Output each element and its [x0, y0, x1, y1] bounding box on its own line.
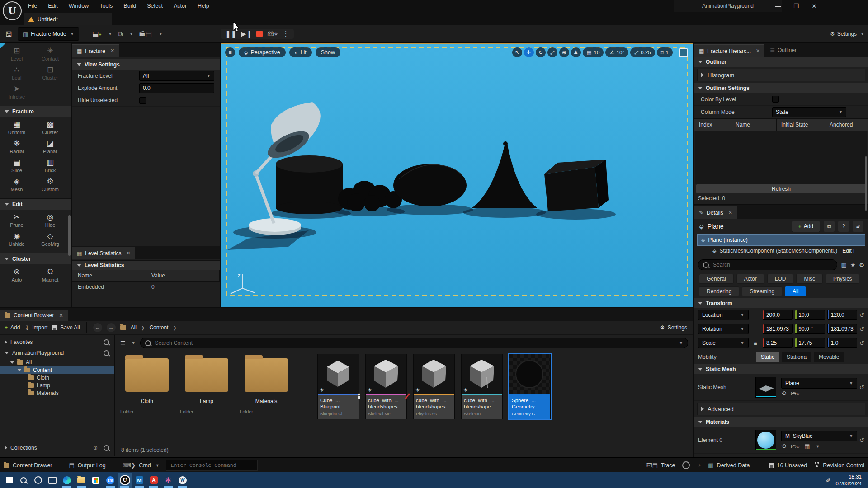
unsaved-button[interactable]: 16 Unsaved — [769, 462, 807, 469]
fracture-hierarchy-tab[interactable]: ▦ Fracture Hierarc... ✕ — [694, 44, 764, 57]
close-icon[interactable]: ✕ — [728, 210, 732, 216]
tool-mesh[interactable]: ◈ Mesh — [0, 178, 33, 192]
static-mesh-component-row[interactable]: ⬙ StaticMeshComponent (StaticMeshCompone… — [697, 246, 865, 256]
transform-section-header[interactable]: Transform — [694, 298, 868, 308]
advanced-expander[interactable]: Advanced — [697, 403, 865, 415]
step-forward-icon[interactable]: ▶❙ — [241, 30, 252, 38]
forward-icon[interactable]: → — [107, 323, 116, 332]
tool-planar[interactable]: ◪ Planar — [33, 140, 67, 154]
more-options-icon[interactable]: ⋮ — [283, 30, 289, 38]
acrobat-icon[interactable]: A — [146, 473, 161, 488]
scale-y-field[interactable]: 17.75 — [795, 338, 825, 348]
file-explorer-icon[interactable] — [74, 473, 89, 488]
column-index[interactable]: Index — [694, 119, 731, 131]
asset-cube-skeleton[interactable]: ✳ cube_with_... blendshape... Skeleton — [461, 354, 503, 419]
tool-hide[interactable]: ◎ Hide — [33, 213, 67, 228]
rotation-z-field[interactable]: 181.0973 — [827, 324, 857, 334]
breadcrumb-all[interactable]: All — [131, 324, 137, 331]
asset-cube-blueprint[interactable]: ✳ Cube_... Blueprint Blueprint Cl... — [317, 354, 359, 419]
task-view-icon[interactable] — [45, 473, 60, 488]
reset-rotation-icon[interactable]: ↺ — [859, 326, 864, 333]
tool-contact[interactable]: ✳ Contact — [33, 47, 67, 61]
project-expander[interactable]: AnimationPlayground — [0, 347, 114, 358]
tool-cluster-fracture[interactable]: ▩ Cluster — [33, 121, 67, 135]
column-anchored[interactable]: Anchored — [825, 119, 868, 131]
explode-amount-input[interactable]: 0.0 — [139, 83, 214, 93]
save-icon[interactable]: 🖫 — [4, 29, 14, 39]
materials-section-header[interactable]: Materials — [694, 417, 868, 427]
filter-lod[interactable]: LOD — [767, 274, 794, 284]
menu-build[interactable]: Build — [119, 1, 141, 11]
scale-dropdown[interactable]: Scale ▼ — [698, 338, 749, 348]
scale-tool-icon[interactable]: ⤢ — [547, 47, 557, 57]
sphere-actor[interactable] — [393, 164, 467, 206]
tool-leaf[interactable]: ∴ Leaf — [0, 66, 33, 80]
tree-item-content[interactable]: Content — [0, 366, 114, 374]
scale-snap-control[interactable]: ⤢ 0.25 — [630, 47, 655, 57]
folder-cloth[interactable]: Cloth Folder — [120, 354, 174, 414]
rotation-x-field[interactable]: 181.0973 — [763, 324, 793, 334]
tool-custom[interactable]: ⚙ Custom — [33, 178, 67, 192]
asset-cube-skeletal-mesh[interactable]: ✳ cube_with_... blendshapes Skeletal Me.… — [365, 354, 407, 419]
output-log-button[interactable]: ▤ Output Log — [69, 462, 106, 469]
reset-scale-icon[interactable]: ↺ — [859, 340, 864, 347]
favorites-expander[interactable]: Favorites — [0, 337, 114, 347]
tree-item-lamp[interactable]: Lamp — [0, 381, 114, 389]
folder-lamp[interactable]: Lamp Folder — [180, 354, 233, 414]
add-button[interactable]: + Add — [5, 324, 20, 331]
static-mesh-section-header[interactable]: Static Mesh — [694, 364, 868, 374]
toolbar-settings-button[interactable]: ⚙ Settings ▼ — [830, 31, 864, 37]
console-command-input[interactable] — [166, 460, 258, 471]
use-selected-asset-icon[interactable]: ⟲ — [781, 443, 786, 450]
menu-select[interactable]: Select — [142, 1, 167, 11]
filter-physics[interactable]: Physics — [826, 274, 859, 284]
menu-edit[interactable]: Edit — [43, 1, 62, 11]
search-icon[interactable] — [104, 339, 109, 345]
content-drawer-button[interactable]: Content Drawer — [4, 462, 52, 469]
blueprints-icon[interactable]: ⧉ — [116, 29, 124, 39]
zoom-app-icon[interactable]: zm — [103, 473, 118, 488]
tool-slice[interactable]: ▤ Slice — [0, 159, 33, 173]
chevron-down-icon[interactable]: ▼ — [129, 32, 133, 36]
reset-material-icon[interactable]: ↺ — [859, 437, 864, 444]
filter-misc[interactable]: Misc — [796, 274, 823, 284]
select-tool-icon[interactable]: ↖ — [512, 47, 522, 57]
perspective-dropdown[interactable]: ⬙ Perspective — [239, 47, 286, 57]
maximize-button[interactable]: ❐ — [790, 3, 802, 9]
close-icon[interactable]: ✕ — [110, 48, 114, 54]
taskbar-clock[interactable]: ✎ 18:31 07/03/2024 — [825, 474, 866, 487]
tool-uniform[interactable]: ▦ Uniform — [0, 121, 33, 135]
location-x-field[interactable]: 200.0 — [763, 310, 793, 320]
trace-button[interactable]: 🗠︎▤ Trace — [646, 462, 675, 469]
camera-speed-control[interactable]: ⌑ 1 — [657, 47, 673, 57]
mobility-movable[interactable]: Movable — [814, 352, 844, 362]
chevron-down-icon[interactable]: ▼ — [108, 32, 112, 36]
document-tab[interactable]: Untitled* — [24, 13, 112, 25]
level-statistics-header[interactable]: Level Statistics — [72, 260, 220, 270]
import-button[interactable]: ↧ Import — [24, 324, 47, 331]
filter-all[interactable]: All — [785, 286, 806, 296]
column-name[interactable]: Name — [72, 270, 146, 281]
tool-unhide[interactable]: ◉ Unhide — [0, 232, 33, 247]
color-by-level-checkbox[interactable] — [772, 96, 779, 103]
scale-lock-icon[interactable]: 🔒︎ — [751, 339, 760, 347]
rotation-dropdown[interactable]: Rotation ▼ — [698, 324, 749, 334]
surface-snap-icon[interactable]: ♟ — [571, 47, 581, 57]
move-tool-icon[interactable]: ✛ — [524, 47, 534, 57]
search-icon[interactable] — [104, 445, 109, 451]
details-tab[interactable]: ✎ Details ✕ — [694, 206, 737, 219]
tool-auto-cluster[interactable]: ⊚ Auto — [0, 268, 33, 282]
save-all-button[interactable]: Save All — [52, 324, 80, 331]
tool-prune[interactable]: ✂ Prune — [0, 213, 33, 228]
tool-brick[interactable]: ▥ Brick — [33, 159, 67, 173]
scale-x-field[interactable]: 8.25 — [763, 338, 793, 348]
back-icon[interactable]: ← — [93, 323, 102, 332]
cylinder-actor[interactable] — [276, 155, 343, 214]
taskbar-search-icon[interactable] — [16, 473, 31, 488]
cortana-icon[interactable] — [31, 473, 45, 488]
tool-magnet[interactable]: Ω Magnet — [33, 268, 67, 282]
minimize-button[interactable]: — — [772, 3, 784, 9]
search-icon[interactable] — [104, 350, 109, 356]
add-actor-icon[interactable]: ⬓+ — [90, 29, 103, 39]
details-search-input[interactable] — [698, 259, 837, 270]
